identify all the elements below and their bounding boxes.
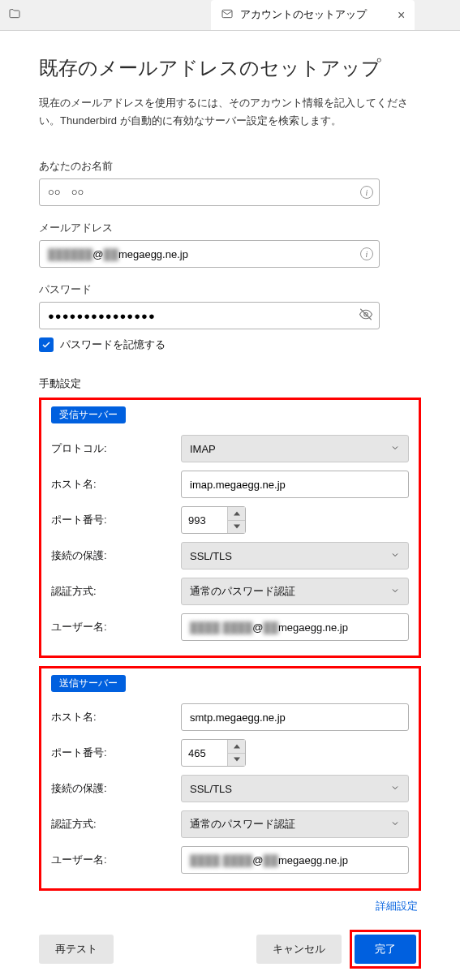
chevron-down-icon xyxy=(390,550,400,562)
tab-account-setup[interactable]: アカウントのセットアップ × xyxy=(211,0,415,30)
manual-title: 手動設定 xyxy=(39,376,421,391)
user-label: ユーザー名: xyxy=(51,853,181,867)
retest-button[interactable]: 再テスト xyxy=(39,935,114,964)
svg-marker-6 xyxy=(234,758,240,762)
tab-spacer xyxy=(0,0,211,30)
mail-icon xyxy=(221,7,234,23)
auth-label: 認証方式: xyxy=(51,817,181,832)
chevron-down-icon xyxy=(390,783,400,795)
name-input[interactable] xyxy=(39,178,380,206)
info-icon[interactable]: i xyxy=(360,186,373,199)
remember-checkbox[interactable] xyxy=(39,337,54,352)
spinner[interactable] xyxy=(227,740,245,766)
protocol-label: プロトコル: xyxy=(51,441,181,456)
close-icon[interactable]: × xyxy=(398,8,405,23)
content: 既存のメールアドレスのセットアップ 現在のメールアドレスを使用するには、そのアカ… xyxy=(0,31,460,980)
outgoing-host-input[interactable] xyxy=(181,703,409,731)
auth-label: 認証方式: xyxy=(51,584,181,599)
done-highlight-box: 完了 xyxy=(350,930,421,969)
spinner-up[interactable] xyxy=(228,740,245,754)
email-label: メールアドレス xyxy=(39,221,421,235)
spinner[interactable] xyxy=(227,507,245,533)
tab-bar: アカウントのセットアップ × xyxy=(0,0,460,31)
folder-icon[interactable] xyxy=(8,7,21,23)
svg-rect-0 xyxy=(222,10,232,17)
outgoing-auth-select[interactable]: 通常のパスワード認証 xyxy=(181,810,409,838)
tab-title: アカウントのセットアップ xyxy=(240,8,367,22)
spinner-up[interactable] xyxy=(228,507,245,521)
port-label: ポート番号: xyxy=(51,513,181,527)
svg-marker-4 xyxy=(234,525,240,529)
port-label: ポート番号: xyxy=(51,746,181,760)
password-label: パスワード xyxy=(39,282,421,297)
incoming-port-input[interactable]: 993 xyxy=(181,506,246,534)
spinner-down[interactable] xyxy=(228,754,245,767)
host-label: ホスト名: xyxy=(51,477,181,492)
cancel-button[interactable]: キャンセル xyxy=(256,935,342,964)
incoming-badge: 受信サーバー xyxy=(51,406,126,423)
incoming-user-input[interactable]: ████ ████ @ ██ megaegg.ne.jp xyxy=(181,613,409,641)
name-label: あなたのお名前 xyxy=(39,159,421,174)
eye-off-icon[interactable] xyxy=(359,307,373,325)
description: 現在のメールアドレスを使用するには、そのアカウント情報を記入してください。Thu… xyxy=(39,94,421,130)
protocol-select[interactable]: IMAP xyxy=(181,435,409,462)
ssl-label: 接続の保護: xyxy=(51,548,181,563)
spinner-down[interactable] xyxy=(228,521,245,534)
remember-label: パスワードを記憶する xyxy=(60,337,166,352)
host-label: ホスト名: xyxy=(51,710,181,724)
outgoing-ssl-select[interactable]: SSL/TLS xyxy=(181,775,409,802)
svg-marker-5 xyxy=(234,745,240,749)
chevron-down-icon xyxy=(390,443,400,455)
outgoing-user-input[interactable]: ████ ████ @ ██ megaegg.ne.jp xyxy=(181,846,409,874)
outgoing-server-box: 送信サーバー ホスト名: ポート番号: 465 接続の保護: SSL/TLS 認… xyxy=(39,666,421,891)
password-input[interactable] xyxy=(39,302,380,329)
chevron-down-icon xyxy=(390,819,400,831)
outgoing-badge: 送信サーバー xyxy=(51,675,126,692)
incoming-host-input[interactable] xyxy=(181,471,409,498)
incoming-auth-select[interactable]: 通常のパスワード認証 xyxy=(181,578,409,605)
email-input[interactable]: ██████ @ ██ megaegg.ne.jp xyxy=(39,240,380,268)
incoming-ssl-select[interactable]: SSL/TLS xyxy=(181,542,409,570)
info-icon[interactable]: i xyxy=(360,247,373,260)
ssl-label: 接続の保護: xyxy=(51,781,181,796)
chevron-down-icon xyxy=(390,586,400,598)
user-label: ユーザー名: xyxy=(51,620,181,634)
svg-marker-3 xyxy=(234,512,240,516)
advanced-settings-link[interactable]: 詳細設定 xyxy=(376,900,418,912)
page-title: 既存のメールアドレスのセットアップ xyxy=(39,55,421,81)
outgoing-port-input[interactable]: 465 xyxy=(181,739,246,767)
incoming-server-box: 受信サーバー プロトコル: IMAP ホスト名: ポート番号: 993 接続の保… xyxy=(39,398,421,658)
done-button[interactable]: 完了 xyxy=(355,935,416,964)
